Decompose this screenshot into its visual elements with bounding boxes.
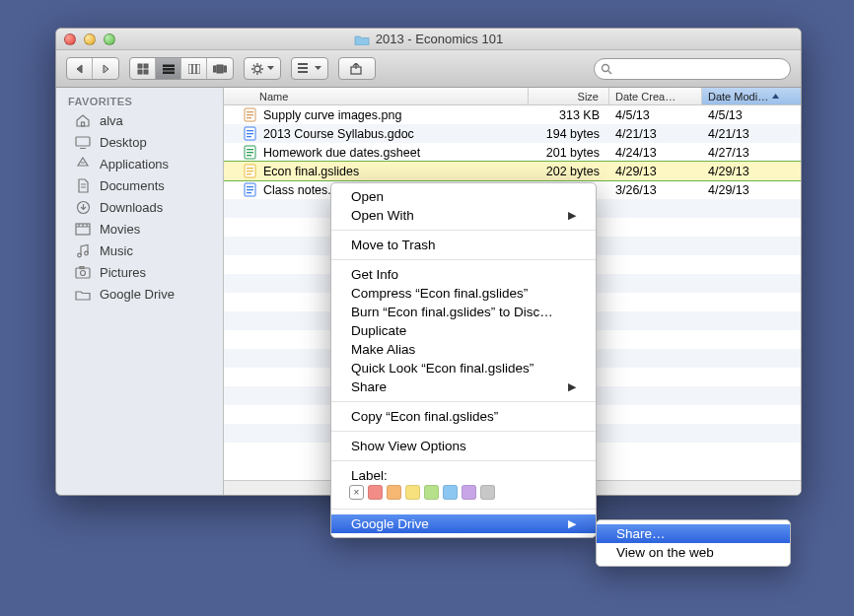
sidebar-item-label: Music (100, 243, 133, 258)
submenu-share[interactable]: Share… (597, 524, 790, 543)
file-date-modified: 4/29/13 (702, 183, 801, 197)
file-name: 2013 Course Syllabus.gdoc (263, 127, 414, 141)
svg-rect-22 (298, 63, 308, 65)
svg-rect-56 (247, 155, 251, 156)
label-color-swatch[interactable] (443, 485, 458, 500)
file-date-modified: 4/21/13 (702, 127, 801, 141)
ctx-view-options[interactable]: Show View Options (331, 437, 596, 455)
ctx-copy[interactable]: Copy “Econ final.gslides” (331, 407, 596, 426)
svg-rect-2 (138, 70, 142, 74)
label-color-swatch[interactable] (480, 485, 495, 500)
svg-rect-3 (144, 70, 148, 74)
file-row[interactable]: Homework due dates.gsheet201 bytes4/24/1… (224, 143, 801, 162)
share-icon (350, 63, 364, 75)
file-date-created: 4/5/13 (609, 108, 702, 122)
file-date-modified: 4/27/13 (702, 146, 801, 160)
minimize-window-button[interactable] (84, 34, 96, 45)
sidebar-item-alva[interactable]: alva (56, 109, 223, 131)
sidebar-item-desktop[interactable]: Desktop (56, 131, 223, 153)
svg-rect-5 (163, 68, 175, 70)
ctx-get-info[interactable]: Get Info (331, 265, 596, 284)
label-clear[interactable]: × (349, 485, 364, 500)
file-type-icon (242, 107, 257, 123)
arrange-menu-button[interactable] (291, 57, 328, 80)
downloads-icon (74, 199, 92, 215)
col-header-name[interactable]: Name (224, 88, 529, 104)
ctx-quicklook[interactable]: Quick Look “Econ final.gslides” (331, 359, 596, 377)
forward-button[interactable] (93, 58, 118, 79)
sidebar-item-google-drive[interactable]: Google Drive (56, 283, 223, 305)
svg-point-41 (85, 251, 89, 255)
list-view-button[interactable] (156, 58, 181, 79)
submenu-arrow-icon: ▶ (568, 380, 576, 393)
file-name: Class notes.g (263, 183, 338, 197)
svg-point-26 (603, 64, 609, 71)
ctx-duplicate[interactable]: Duplicate (331, 321, 596, 340)
svg-rect-29 (76, 137, 90, 146)
file-date-created: 4/24/13 (609, 146, 702, 160)
label-color-swatch[interactable] (387, 485, 401, 500)
icon-view-button[interactable] (130, 58, 156, 79)
search-input[interactable] (612, 61, 784, 77)
sidebar-item-label: Applications (100, 157, 169, 171)
svg-rect-1 (144, 64, 148, 68)
sidebar-item-pictures[interactable]: Pictures (56, 261, 223, 283)
coverflow-view-button[interactable] (207, 58, 233, 79)
back-button[interactable] (67, 58, 93, 79)
ctx-compress[interactable]: Compress “Econ final.gslides” (331, 284, 596, 303)
search-icon (601, 63, 612, 75)
svg-rect-58 (247, 168, 253, 169)
ctx-burn[interactable]: Burn “Econ final.gslides” to Disc… (331, 303, 596, 321)
sidebar-item-music[interactable]: Music (56, 240, 223, 261)
svg-line-20 (253, 71, 254, 72)
column-view-button[interactable] (181, 58, 207, 79)
gdrive-icon (74, 286, 92, 302)
sidebar-item-label: Pictures (100, 265, 146, 280)
nav-buttons (66, 57, 119, 80)
file-date-created: 4/29/13 (609, 165, 702, 178)
submenu-view-web[interactable]: View on the web (597, 543, 790, 562)
file-date-created: 4/21/13 (609, 127, 702, 141)
col-header-size[interactable]: Size (529, 88, 609, 104)
sidebar-item-downloads[interactable]: Downloads (56, 196, 223, 218)
svg-rect-0 (138, 64, 142, 68)
label-color-swatch[interactable] (368, 485, 383, 500)
file-type-icon (242, 145, 257, 161)
action-menu-button[interactable] (244, 57, 281, 80)
file-name: Econ final.gslides (263, 165, 359, 178)
label-color-swatch[interactable] (462, 485, 476, 500)
submenu-arrow-icon: ▶ (568, 209, 576, 222)
svg-rect-42 (76, 268, 90, 278)
label-color-swatch[interactable] (405, 485, 420, 500)
ctx-share[interactable]: Share▶ (331, 377, 596, 396)
sidebar-item-documents[interactable]: Documents (56, 174, 223, 196)
desktop-icon (74, 134, 92, 150)
svg-rect-52 (247, 136, 251, 137)
file-type-icon (242, 126, 257, 142)
file-row[interactable]: Supply curve images.png313 KB4/5/134/5/1… (224, 105, 801, 124)
svg-rect-7 (188, 64, 192, 74)
column-headers: Name Size Date Crea… Date Modi… (224, 88, 801, 105)
search-field[interactable] (594, 58, 791, 80)
titlebar: 2013 - Economics 101 (56, 29, 801, 50)
file-date-modified: 4/29/13 (702, 165, 801, 178)
sidebar-item-movies[interactable]: Movies (56, 218, 223, 240)
ctx-google-drive[interactable]: Google Drive▶ (331, 514, 596, 533)
zoom-window-button[interactable] (104, 34, 115, 45)
sidebar-item-label: alva (100, 113, 123, 128)
close-window-button[interactable] (64, 34, 76, 45)
sidebar-item-label: Google Drive (100, 287, 175, 302)
col-header-created[interactable]: Date Crea… (609, 88, 702, 104)
chevron-down-icon (267, 66, 274, 71)
share-button[interactable] (338, 57, 376, 80)
file-row[interactable]: 2013 Course Syllabus.gdoc194 bytes4/21/1… (224, 124, 801, 143)
file-row[interactable]: Econ final.gslides202 bytes4/29/134/29/1… (224, 162, 801, 180)
label-color-swatch[interactable] (424, 485, 439, 500)
ctx-open[interactable]: Open (331, 187, 596, 206)
ctx-alias[interactable]: Make Alias (331, 340, 596, 359)
ctx-open-with[interactable]: Open With▶ (331, 206, 596, 225)
svg-rect-28 (82, 122, 85, 126)
sidebar-item-applications[interactable]: Applications (56, 153, 223, 174)
ctx-trash[interactable]: Move to Trash (331, 236, 596, 254)
col-header-modified[interactable]: Date Modi… (702, 88, 801, 104)
